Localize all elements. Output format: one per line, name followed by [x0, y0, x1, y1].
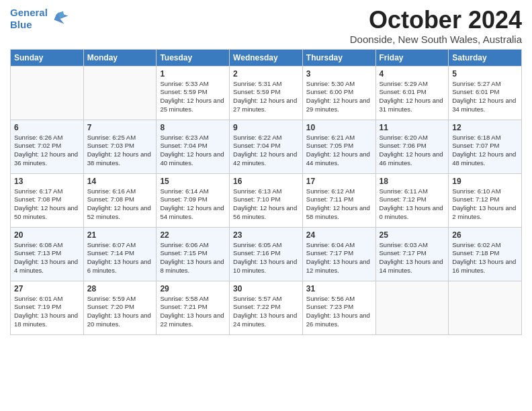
calendar-cell: 8Sunrise: 6:23 AMSunset: 7:04 PMDaylight… [157, 120, 230, 173]
day-info: Sunrise: 5:59 AMSunset: 7:20 PMDaylight:… [87, 295, 153, 329]
day-info: Sunrise: 5:33 AMSunset: 5:59 PMDaylight:… [160, 80, 226, 114]
day-number: 3 [306, 69, 372, 79]
calendar-cell: 15Sunrise: 6:14 AMSunset: 7:09 PMDayligh… [157, 173, 230, 227]
col-header-saturday: Saturday [449, 49, 522, 66]
calendar-week-5: 27Sunrise: 6:01 AMSunset: 7:19 PMDayligh… [11, 281, 522, 334]
calendar-cell: 25Sunrise: 6:03 AMSunset: 7:17 PMDayligh… [375, 227, 449, 281]
day-number: 19 [452, 177, 518, 186]
day-info: Sunrise: 6:01 AMSunset: 7:19 PMDaylight:… [14, 295, 80, 329]
day-number: 25 [380, 230, 445, 240]
calendar-cell: 26Sunrise: 6:02 AMSunset: 7:18 PMDayligh… [449, 227, 522, 281]
day-number: 20 [14, 230, 80, 240]
day-number: 18 [380, 177, 445, 186]
calendar-cell: 23Sunrise: 6:05 AMSunset: 7:16 PMDayligh… [230, 227, 303, 281]
day-number: 8 [160, 123, 226, 132]
day-number: 15 [160, 177, 226, 186]
day-number: 16 [233, 177, 299, 186]
col-header-monday: Monday [83, 49, 157, 66]
day-info: Sunrise: 5:31 AMSunset: 5:59 PMDaylight:… [233, 80, 299, 114]
calendar-cell: 9Sunrise: 6:22 AMSunset: 7:04 PMDaylight… [230, 120, 303, 173]
day-info: Sunrise: 6:14 AMSunset: 7:09 PMDaylight:… [160, 187, 226, 222]
calendar-cell: 29Sunrise: 5:58 AMSunset: 7:21 PMDayligh… [157, 281, 230, 334]
day-number: 6 [14, 123, 80, 132]
day-info: Sunrise: 6:07 AMSunset: 7:14 PMDaylight:… [87, 241, 153, 275]
calendar-week-4: 20Sunrise: 6:08 AMSunset: 7:13 PMDayligh… [11, 227, 522, 281]
day-number: 21 [87, 230, 153, 240]
calendar-cell: 1Sunrise: 5:33 AMSunset: 5:59 PMDaylight… [157, 66, 230, 120]
day-number: 11 [380, 123, 445, 132]
day-info: Sunrise: 6:03 AMSunset: 7:17 PMDaylight:… [380, 241, 445, 275]
page-header: General Blue October 2024 Doonside, New … [10, 7, 522, 45]
calendar-cell: 18Sunrise: 6:11 AMSunset: 7:12 PMDayligh… [375, 173, 449, 227]
calendar-cell: 12Sunrise: 6:18 AMSunset: 7:07 PMDayligh… [449, 120, 522, 173]
calendar-week-3: 13Sunrise: 6:17 AMSunset: 7:08 PMDayligh… [11, 173, 522, 227]
calendar-cell: 11Sunrise: 6:20 AMSunset: 7:06 PMDayligh… [375, 120, 449, 173]
day-number: 30 [233, 284, 299, 293]
day-info: Sunrise: 5:29 AMSunset: 6:01 PMDaylight:… [380, 80, 445, 114]
day-info: Sunrise: 6:23 AMSunset: 7:04 PMDaylight:… [160, 134, 226, 168]
col-header-tuesday: Tuesday [157, 49, 230, 66]
day-number: 12 [452, 123, 518, 132]
day-info: Sunrise: 6:04 AMSunset: 7:17 PMDaylight:… [306, 241, 372, 275]
day-info: Sunrise: 5:27 AMSunset: 6:01 PMDaylight:… [452, 80, 518, 114]
day-info: Sunrise: 6:21 AMSunset: 7:05 PMDaylight:… [306, 134, 372, 168]
calendar-cell: 5Sunrise: 5:27 AMSunset: 6:01 PMDaylight… [449, 66, 522, 120]
calendar-cell: 6Sunrise: 6:26 AMSunset: 7:02 PMDaylight… [11, 120, 84, 173]
calendar-cell: 3Sunrise: 5:30 AMSunset: 6:00 PMDaylight… [302, 66, 375, 120]
day-info: Sunrise: 6:25 AMSunset: 7:03 PMDaylight:… [87, 134, 153, 168]
day-info: Sunrise: 6:06 AMSunset: 7:15 PMDaylight:… [160, 241, 226, 275]
col-header-sunday: Sunday [11, 49, 84, 66]
day-info: Sunrise: 6:05 AMSunset: 7:16 PMDaylight:… [233, 241, 299, 275]
logo-bird-icon [49, 9, 69, 29]
title-block: October 2024 Doonside, New South Wales, … [350, 7, 522, 45]
day-number: 22 [160, 230, 226, 240]
day-info: Sunrise: 6:13 AMSunset: 7:10 PMDaylight:… [233, 187, 299, 222]
calendar-cell: 7Sunrise: 6:25 AMSunset: 7:03 PMDaylight… [83, 120, 157, 173]
calendar-header-row: SundayMondayTuesdayWednesdayThursdayFrid… [11, 49, 522, 66]
calendar-body: 1Sunrise: 5:33 AMSunset: 5:59 PMDaylight… [11, 66, 522, 334]
day-number: 7 [87, 123, 153, 132]
calendar-cell [83, 66, 157, 120]
day-info: Sunrise: 6:10 AMSunset: 7:12 PMDaylight:… [452, 187, 518, 222]
calendar-cell: 16Sunrise: 6:13 AMSunset: 7:10 PMDayligh… [230, 173, 303, 227]
day-number: 14 [87, 177, 153, 186]
calendar-week-2: 6Sunrise: 6:26 AMSunset: 7:02 PMDaylight… [11, 120, 522, 173]
calendar-cell: 19Sunrise: 6:10 AMSunset: 7:12 PMDayligh… [449, 173, 522, 227]
day-number: 24 [306, 230, 372, 240]
day-info: Sunrise: 6:08 AMSunset: 7:13 PMDaylight:… [14, 241, 80, 275]
day-number: 29 [160, 284, 226, 293]
day-info: Sunrise: 6:26 AMSunset: 7:02 PMDaylight:… [14, 134, 80, 168]
calendar-table: SundayMondayTuesdayWednesdayThursdayFrid… [10, 49, 522, 335]
day-number: 9 [233, 123, 299, 132]
calendar-cell [375, 281, 449, 334]
calendar-cell: 17Sunrise: 6:12 AMSunset: 7:11 PMDayligh… [302, 173, 375, 227]
col-header-wednesday: Wednesday [230, 49, 303, 66]
day-number: 23 [233, 230, 299, 240]
calendar-cell: 30Sunrise: 5:57 AMSunset: 7:22 PMDayligh… [230, 281, 303, 334]
calendar-cell: 4Sunrise: 5:29 AMSunset: 6:01 PMDaylight… [375, 66, 449, 120]
logo: General Blue [10, 7, 69, 31]
calendar-cell: 27Sunrise: 6:01 AMSunset: 7:19 PMDayligh… [11, 281, 84, 334]
col-header-friday: Friday [375, 49, 449, 66]
calendar-cell: 14Sunrise: 6:16 AMSunset: 7:08 PMDayligh… [83, 173, 157, 227]
calendar-cell: 10Sunrise: 6:21 AMSunset: 7:05 PMDayligh… [302, 120, 375, 173]
day-info: Sunrise: 6:12 AMSunset: 7:11 PMDaylight:… [306, 187, 372, 222]
col-header-thursday: Thursday [302, 49, 375, 66]
calendar-cell: 24Sunrise: 6:04 AMSunset: 7:17 PMDayligh… [302, 227, 375, 281]
day-number: 1 [160, 69, 226, 79]
calendar-week-1: 1Sunrise: 5:33 AMSunset: 5:59 PMDaylight… [11, 66, 522, 120]
day-info: Sunrise: 5:56 AMSunset: 7:23 PMDaylight:… [306, 295, 372, 329]
calendar-cell [449, 281, 522, 334]
calendar-cell: 22Sunrise: 6:06 AMSunset: 7:15 PMDayligh… [157, 227, 230, 281]
calendar-cell: 2Sunrise: 5:31 AMSunset: 5:59 PMDaylight… [230, 66, 303, 120]
day-info: Sunrise: 6:16 AMSunset: 7:08 PMDaylight:… [87, 187, 153, 222]
day-info: Sunrise: 5:58 AMSunset: 7:21 PMDaylight:… [160, 295, 226, 329]
calendar-cell: 31Sunrise: 5:56 AMSunset: 7:23 PMDayligh… [302, 281, 375, 334]
calendar-cell: 13Sunrise: 6:17 AMSunset: 7:08 PMDayligh… [11, 173, 84, 227]
day-number: 17 [306, 177, 372, 186]
day-info: Sunrise: 5:57 AMSunset: 7:22 PMDaylight:… [233, 295, 299, 329]
calendar-cell: 20Sunrise: 6:08 AMSunset: 7:13 PMDayligh… [11, 227, 84, 281]
calendar-cell: 21Sunrise: 6:07 AMSunset: 7:14 PMDayligh… [83, 227, 157, 281]
day-info: Sunrise: 6:22 AMSunset: 7:04 PMDaylight:… [233, 134, 299, 168]
day-info: Sunrise: 6:02 AMSunset: 7:18 PMDaylight:… [452, 241, 518, 275]
